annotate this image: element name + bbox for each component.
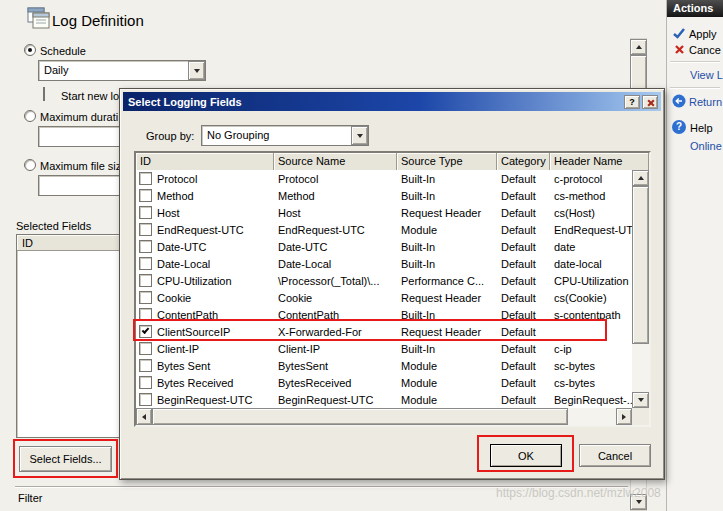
column-header-source-name[interactable]: Source Name: [274, 153, 397, 170]
group-by-dropdown[interactable]: No Grouping: [201, 125, 369, 146]
field-checkbox[interactable]: [139, 172, 152, 185]
scroll-down-button[interactable]: [632, 392, 649, 408]
cell-category: Default: [497, 309, 550, 321]
schedule-dropdown[interactable]: Daily: [38, 60, 206, 81]
cell-source-type: Module: [397, 360, 497, 372]
cell-id: BeginRequest-UTC: [136, 393, 274, 406]
cell-header-name: sc-bytes: [550, 360, 632, 372]
max-duration-radio[interactable]: [24, 110, 36, 122]
column-header-source-type[interactable]: Source Type: [397, 153, 497, 170]
actions-separator: [670, 61, 720, 63]
field-checkbox[interactable]: [139, 189, 152, 202]
column-header-id[interactable]: ID: [136, 153, 274, 170]
action-return[interactable]: Return: [689, 96, 722, 108]
field-row[interactable]: ContentPath ContentPath Built-In Default…: [136, 306, 632, 323]
cell-header-name: cs(Cookie): [550, 292, 632, 304]
cell-id: CPU-Utilization: [136, 274, 274, 287]
field-checkbox[interactable]: [139, 240, 152, 253]
column-header-category[interactable]: Category: [497, 153, 550, 170]
cell-category: Default: [497, 343, 550, 355]
filter-label: Filter: [18, 492, 42, 504]
cancel-icon: [673, 43, 686, 58]
field-checkbox[interactable]: [139, 206, 152, 219]
field-row[interactable]: Date-UTC Date-UTC Built-In Default date: [136, 238, 632, 255]
action-help[interactable]: Help: [690, 122, 713, 134]
schedule-radio[interactable]: [24, 44, 36, 56]
field-checkbox[interactable]: [139, 376, 152, 389]
table-horizontal-scrollbar[interactable]: [136, 408, 632, 425]
scrollbar-thumb[interactable]: [632, 186, 649, 344]
cell-category: Default: [497, 241, 550, 253]
field-row[interactable]: Client-IP Client-IP Built-In Default c-i…: [136, 340, 632, 357]
ok-button[interactable]: OK: [490, 444, 562, 467]
cell-source-name: Date-Local: [274, 258, 397, 270]
field-checkbox[interactable]: [139, 291, 152, 304]
cell-header-name: date: [550, 241, 632, 253]
field-id-text: Protocol: [157, 173, 197, 185]
cell-source-type: Request Header: [397, 292, 497, 304]
cell-source-type: Performance C...: [397, 275, 497, 287]
start-new-checkbox[interactable]: [43, 87, 45, 101]
cell-header-name: c-protocol: [550, 173, 632, 185]
cell-category: Default: [497, 360, 550, 372]
action-cancel[interactable]: Cance: [689, 44, 721, 56]
field-checkbox[interactable]: [139, 223, 152, 236]
field-row[interactable]: Bytes Received BytesReceived Module Defa…: [136, 374, 632, 391]
cell-id: Cookie: [136, 291, 274, 304]
cell-id: Date-UTC: [136, 240, 274, 253]
scroll-up-button[interactable]: [630, 39, 647, 55]
field-row[interactable]: Bytes Sent BytesSent Module Default sc-b…: [136, 357, 632, 374]
field-row[interactable]: CPU-Utilization \Processor(_Total)\... P…: [136, 272, 632, 289]
dialog-title: Select Logging Fields: [128, 96, 622, 108]
field-checkbox[interactable]: [139, 274, 152, 287]
action-online-help[interactable]: Online: [690, 140, 722, 152]
field-id-text: Client-IP: [157, 343, 199, 355]
field-row[interactable]: Host Host Request Header Default cs(Host…: [136, 204, 632, 221]
cell-id: EndRequest-UTC: [136, 223, 274, 236]
cell-header-name: EndRequest-UT: [550, 224, 632, 236]
scroll-down-button[interactable]: [630, 494, 647, 510]
max-file-size-label: Maximum file siz: [40, 160, 121, 172]
action-view-log[interactable]: View L: [690, 69, 723, 81]
cell-source-type: Module: [397, 394, 497, 406]
dialog-titlebar[interactable]: Select Logging Fields ?: [123, 92, 661, 111]
select-logging-fields-dialog: Select Logging Fields ? Group by: No Gro…: [119, 88, 665, 480]
field-checkbox[interactable]: [139, 393, 152, 406]
cell-source-name: BytesSent: [274, 360, 397, 372]
cell-header-name: CPU-Utilization: [550, 275, 632, 287]
field-row[interactable]: Cookie Cookie Request Header Default cs(…: [136, 289, 632, 306]
field-id-text: EndRequest-UTC: [157, 224, 244, 236]
cell-source-type: Built-In: [397, 241, 497, 253]
field-checkbox[interactable]: [139, 257, 152, 270]
field-checkbox[interactable]: [139, 359, 152, 372]
table-vertical-scrollbar[interactable]: [632, 170, 649, 408]
cell-source-name: Protocol: [274, 173, 397, 185]
field-row[interactable]: Protocol Protocol Built-In Default c-pro…: [136, 170, 632, 187]
field-checkbox[interactable]: [139, 308, 152, 321]
dropdown-arrow-icon[interactable]: [188, 61, 205, 80]
field-checkbox[interactable]: [139, 325, 152, 338]
cell-header-name: cs-method: [550, 190, 632, 202]
field-row[interactable]: Method Method Built-In Default cs-method: [136, 187, 632, 204]
max-file-size-radio[interactable]: [24, 159, 36, 171]
field-row[interactable]: BeginRequest-UTC BeginRequest-UTC Module…: [136, 391, 632, 408]
scrollbar-thumb[interactable]: [152, 408, 568, 425]
field-row[interactable]: ClientSourceIP X-Forwarded-For Request H…: [136, 323, 632, 340]
scroll-up-button[interactable]: [632, 170, 649, 186]
action-apply[interactable]: Apply: [689, 28, 717, 40]
scroll-left-button[interactable]: [136, 408, 152, 425]
cancel-button[interactable]: Cancel: [579, 444, 651, 467]
cell-id: Protocol: [136, 172, 274, 185]
column-header-header-name[interactable]: Header Name: [550, 153, 649, 170]
cell-source-type: Module: [397, 377, 497, 389]
dialog-help-button[interactable]: ?: [624, 95, 640, 109]
cell-source-type: Built-In: [397, 190, 497, 202]
field-row[interactable]: Date-Local Date-Local Built-In Default d…: [136, 255, 632, 272]
scroll-right-button[interactable]: [616, 408, 632, 425]
select-fields-button[interactable]: Select Fields...: [19, 446, 112, 472]
dropdown-arrow-icon[interactable]: [351, 126, 368, 145]
field-row[interactable]: EndRequest-UTC EndRequest-UTC Module Def…: [136, 221, 632, 238]
field-checkbox[interactable]: [139, 342, 152, 355]
dialog-close-button[interactable]: [642, 95, 658, 109]
field-id-text: Date-UTC: [157, 241, 207, 253]
